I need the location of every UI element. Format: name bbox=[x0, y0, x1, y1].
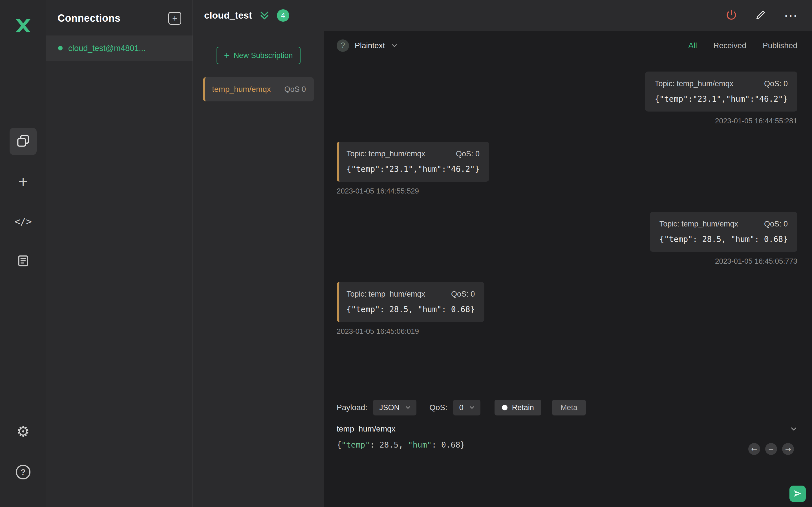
filter-received[interactable]: Received bbox=[713, 41, 746, 50]
chevron-down-icon bbox=[469, 404, 475, 411]
message-card[interactable]: Topic: temp_hum/emqx QoS: 0 {"temp":"23.… bbox=[337, 142, 489, 182]
connections-title: Connections bbox=[57, 12, 121, 24]
message-filters: All Received Published bbox=[688, 41, 797, 50]
send-button[interactable] bbox=[790, 486, 806, 502]
log-file-icon bbox=[17, 255, 30, 269]
format-help-icon[interactable]: ? bbox=[337, 40, 349, 52]
edit-connection-button[interactable] bbox=[755, 9, 766, 22]
message-card-header: Topic: temp_hum/emqx QoS: 0 bbox=[347, 150, 479, 158]
connected-status-dot bbox=[58, 46, 63, 50]
rail-nav-group: + </> bbox=[10, 128, 37, 275]
nav-connections-button[interactable] bbox=[10, 128, 37, 155]
settings-button[interactable]: ⚙ bbox=[10, 418, 37, 445]
retain-toggle[interactable]: Retain bbox=[495, 400, 541, 415]
message-qos: QoS: 0 bbox=[764, 220, 788, 228]
add-connection-button[interactable]: + bbox=[168, 12, 181, 25]
retain-dot-icon bbox=[502, 405, 507, 410]
message-topic: Topic: temp_hum/emqx bbox=[347, 150, 425, 158]
message-published: Topic: temp_hum/emqx QoS: 0 {"temp": 28.… bbox=[337, 212, 797, 266]
new-connection-button[interactable]: + bbox=[10, 168, 37, 195]
payload-type-select[interactable]: JSON bbox=[373, 400, 416, 415]
publish-area: Payload: JSON QoS: 0 bbox=[324, 392, 812, 507]
meta-button[interactable]: Meta bbox=[552, 400, 586, 415]
topic-input[interactable]: temp_hum/emqx bbox=[337, 425, 396, 434]
pencil-icon bbox=[755, 9, 766, 22]
retain-label: Retain bbox=[512, 403, 534, 412]
nav-script-button[interactable]: </> bbox=[10, 208, 37, 235]
power-icon bbox=[725, 9, 738, 22]
new-subscription-button[interactable]: + New Subscription bbox=[216, 47, 301, 64]
message-timestamp: 2023-01-05 16:45:05:773 bbox=[715, 257, 797, 266]
payload-format-select[interactable]: Plaintext bbox=[355, 41, 385, 50]
message-payload: {"temp":"23.1","hum":"46.2"} bbox=[655, 94, 788, 104]
help-icon: ? bbox=[16, 465, 31, 480]
publish-controls: Payload: JSON QoS: 0 bbox=[337, 400, 800, 415]
message-topic: Topic: temp_hum/emqx bbox=[659, 220, 738, 228]
main-content: + New Subscription temp_hum/emqx QoS 0 ?… bbox=[193, 31, 812, 507]
code-icon: </> bbox=[14, 217, 32, 226]
topic-row: temp_hum/emqx bbox=[337, 425, 800, 434]
connections-icon bbox=[16, 134, 30, 149]
qos-value: 0 bbox=[459, 403, 463, 412]
message-payload: {"temp": 28.5, "hum": 0.68} bbox=[347, 305, 475, 314]
next-message-button[interactable]: → bbox=[782, 443, 794, 455]
nav-log-button[interactable] bbox=[10, 248, 37, 275]
main-area: cloud_test 4 ⋯ bbox=[193, 0, 812, 507]
connection-list-item[interactable]: cloud_test@m4801... bbox=[46, 36, 193, 61]
messages-toolbar: ? Plaintext All Received Published bbox=[324, 31, 812, 60]
message-card-header: Topic: temp_hum/emqx QoS: 0 bbox=[347, 290, 475, 298]
message-topic: Topic: temp_hum/emqx bbox=[347, 290, 425, 298]
topbar-left: cloud_test 4 bbox=[204, 9, 289, 22]
message-card[interactable]: Topic: temp_hum/emqx QoS: 0 {"temp": 28.… bbox=[337, 282, 485, 322]
chevron-down-icon bbox=[405, 404, 411, 411]
message-card-header: Topic: temp_hum/emqx QoS: 0 bbox=[655, 79, 788, 88]
messages-panel: ? Plaintext All Received Published bbox=[324, 31, 812, 507]
subscription-qos: QoS 0 bbox=[284, 85, 306, 94]
format-selector: ? Plaintext bbox=[337, 40, 398, 52]
payload-type-value: JSON bbox=[379, 403, 400, 412]
message-list[interactable]: Topic: temp_hum/emqx QoS: 0 {"temp":"23.… bbox=[324, 60, 812, 392]
gear-icon: ⚙ bbox=[17, 424, 30, 439]
message-card-header: Topic: temp_hum/emqx QoS: 0 bbox=[659, 220, 788, 228]
topbar-right: ⋯ bbox=[725, 9, 797, 22]
filter-all[interactable]: All bbox=[688, 41, 697, 50]
help-button[interactable]: ? bbox=[10, 459, 37, 486]
connections-panel: Connections + cloud_test@m4801... bbox=[46, 0, 193, 507]
new-subscription-label: New Subscription bbox=[234, 51, 293, 60]
more-options-button[interactable]: ⋯ bbox=[784, 9, 797, 22]
filter-published[interactable]: Published bbox=[763, 41, 797, 50]
message-qos: QoS: 0 bbox=[456, 150, 479, 158]
message-received: Topic: temp_hum/emqx QoS: 0 {"temp": 28.… bbox=[337, 282, 797, 336]
qos-label: QoS: bbox=[429, 403, 448, 412]
disconnect-button[interactable] bbox=[725, 9, 738, 22]
message-card[interactable]: Topic: temp_hum/emqx QoS: 0 {"temp": 28.… bbox=[650, 212, 797, 252]
double-chevron-down-icon[interactable] bbox=[259, 10, 270, 21]
connection-topbar: cloud_test 4 ⋯ bbox=[193, 0, 812, 31]
message-timestamp: 2023-01-05 16:44:55:529 bbox=[337, 187, 419, 195]
message-payload: {"temp":"23.1","hum":"46.2"} bbox=[347, 165, 479, 174]
message-payload: {"temp": 28.5, "hum": 0.68} bbox=[659, 235, 788, 244]
prev-message-button[interactable]: ← bbox=[748, 443, 760, 455]
message-timestamp: 2023-01-05 16:45:06:019 bbox=[337, 327, 419, 336]
qos-select[interactable]: 0 bbox=[453, 400, 480, 415]
editor-payload-line[interactable]: {"temp": 28.5, "hum": 0.68} bbox=[337, 440, 800, 450]
plus-icon: + bbox=[18, 175, 29, 188]
subscription-item[interactable]: temp_hum/emqx QoS 0 bbox=[203, 77, 314, 101]
subscription-count-badge: 4 bbox=[277, 9, 289, 22]
subscriptions-column: + New Subscription temp_hum/emqx QoS 0 bbox=[193, 31, 324, 507]
connection-title: cloud_test bbox=[204, 10, 252, 21]
collapse-editor-button[interactable]: − bbox=[765, 443, 777, 455]
message-card[interactable]: Topic: temp_hum/emqx QoS: 0 {"temp":"23.… bbox=[645, 71, 797, 112]
plus-icon: + bbox=[172, 14, 177, 23]
collapse-editor-chevron-icon[interactable] bbox=[790, 425, 798, 433]
rail-bottom-group: ⚙ ? bbox=[10, 418, 37, 486]
payload-label: Payload: bbox=[337, 403, 367, 412]
message-qos: QoS: 0 bbox=[764, 79, 788, 88]
left-icon-rail: + </> ⚙ ? bbox=[0, 0, 46, 507]
plus-icon: + bbox=[224, 50, 230, 60]
message-topic: Topic: temp_hum/emqx bbox=[655, 79, 733, 88]
mqttx-logo-icon bbox=[11, 13, 35, 38]
app-window: + </> ⚙ ? Connections + bbox=[0, 0, 812, 507]
chevron-down-icon[interactable] bbox=[391, 42, 398, 50]
message-timestamp: 2023-01-05 16:44:55:281 bbox=[715, 117, 797, 125]
